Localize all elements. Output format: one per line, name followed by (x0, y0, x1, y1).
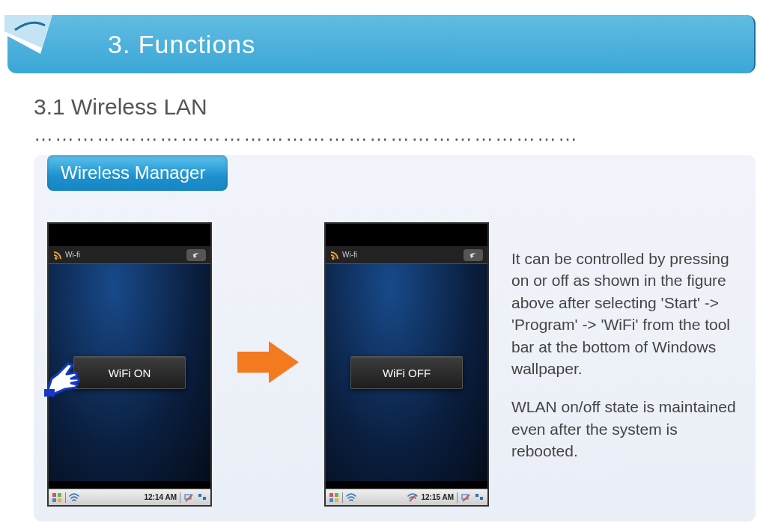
pointing-hand-icon (41, 353, 86, 398)
page-header-banner: 3. Functions (7, 15, 756, 73)
phone-titlebar: Wi-fi (326, 246, 487, 264)
taskbar-divider (65, 492, 66, 503)
phone-bezel (326, 224, 487, 246)
phone-taskbar: 12:14 AM (49, 489, 210, 505)
taskbar-clock: 12:15 AM (421, 493, 454, 501)
dotted-divider: …………………………………………………………………… (34, 123, 744, 146)
svg-rect-1 (52, 493, 56, 497)
svg-rect-7 (198, 494, 201, 497)
taskbar-clock: 12:14 AM (144, 493, 177, 501)
tray-icon[interactable] (197, 492, 207, 503)
back-icon[interactable] (464, 249, 483, 261)
wifi-signal-icon[interactable] (69, 492, 79, 503)
phone-taskbar: 12:15 AM (326, 489, 487, 505)
svg-rect-8 (203, 497, 206, 500)
phone-title-text: Wi-fi (342, 251, 357, 259)
svg-rect-17 (480, 497, 483, 500)
section-heading: 3.1 Wireless LAN (34, 94, 744, 120)
network-disabled-icon[interactable] (183, 492, 194, 503)
svg-rect-4 (58, 498, 61, 502)
windows-start-icon[interactable] (329, 492, 339, 503)
svg-rect-9 (329, 493, 333, 497)
wifi-signal-icon[interactable] (346, 492, 356, 503)
network-disabled-icon[interactable] (461, 492, 471, 503)
phone-body: WiFi OFF (326, 264, 487, 481)
description-paragraph-2: WLAN on/off state is maintained even aft… (511, 396, 736, 462)
figure-row: Wi-fi WiFi ON (47, 222, 742, 507)
phone-bezel (49, 224, 210, 246)
svg-rect-12 (335, 498, 338, 502)
wifi-on-button[interactable]: WiFi ON (73, 356, 186, 389)
header-logo-icon (3, 15, 55, 73)
svg-rect-10 (335, 493, 338, 497)
phone-1-wrapper: Wi-fi WiFi ON (47, 222, 212, 507)
wifi-disabled-tray-icon[interactable] (407, 492, 418, 503)
taskbar-divider (342, 492, 343, 503)
taskbar-divider (180, 492, 180, 503)
svg-rect-0 (44, 389, 55, 397)
svg-rect-2 (58, 493, 61, 497)
svg-rect-3 (52, 498, 56, 502)
wifi-off-button[interactable]: WiFi OFF (350, 356, 463, 389)
tab-wireless-manager: Wireless Manager (47, 155, 228, 191)
phone-title-text: Wi-fi (65, 251, 80, 259)
phone-screenshot-2: Wi-fi WiFi OFF (324, 222, 489, 507)
wifi-rss-icon (53, 251, 62, 260)
svg-rect-16 (475, 494, 478, 497)
page-title: 3. Functions (108, 30, 255, 59)
tray-icon[interactable] (474, 492, 484, 503)
back-icon[interactable] (186, 249, 206, 261)
arrow-right-icon (234, 338, 302, 386)
windows-start-icon[interactable] (52, 492, 62, 503)
svg-rect-11 (329, 498, 333, 502)
description-text: It can be controlled by pressing on or o… (511, 248, 736, 479)
description-paragraph-1: It can be controlled by pressing on or o… (511, 248, 736, 379)
phone-titlebar: Wi-fi (49, 246, 210, 264)
wifi-rss-icon (330, 251, 339, 260)
content-panel: Wireless Manager Wi-fi (34, 155, 756, 522)
taskbar-divider (457, 492, 458, 503)
